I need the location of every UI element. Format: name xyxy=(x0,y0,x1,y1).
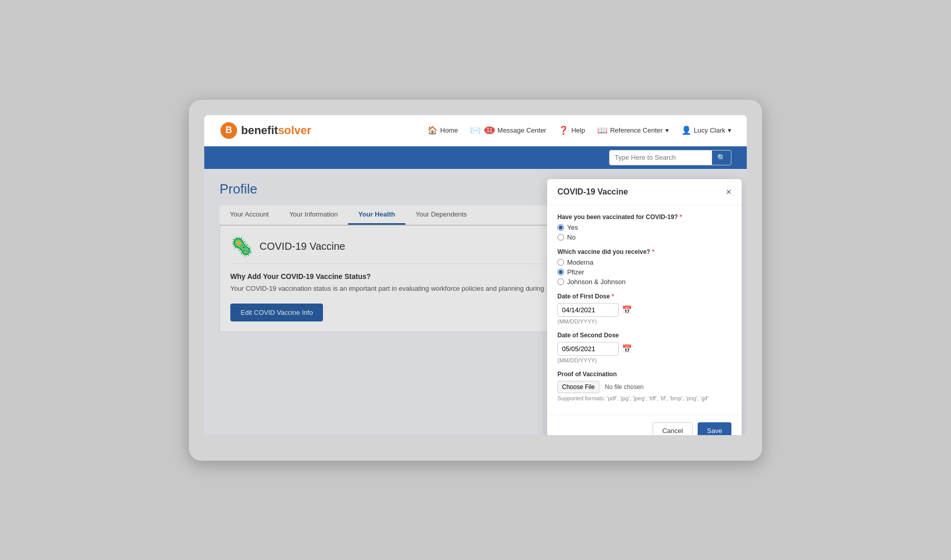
svg-text:B: B xyxy=(226,125,232,135)
modal-header: COVID-19 Vaccine × xyxy=(547,179,742,205)
search-box: 🔍 xyxy=(609,150,731,165)
moderna-option[interactable]: Moderna xyxy=(557,259,731,266)
second-dose-input[interactable] xyxy=(557,342,619,356)
vaccinated-radio-group: Yes No xyxy=(557,224,731,241)
nav-items: 🏠 Home ✉️ 11 Message Center ❓ Help 📖 Ref… xyxy=(427,125,731,135)
proof-label: Proof of Vaccination xyxy=(557,371,731,378)
chevron-down-icon: ▾ xyxy=(665,126,669,134)
logo: B benefitsolver xyxy=(220,121,311,140)
search-input[interactable] xyxy=(610,151,712,164)
vaccine-type-group: Which vaccine did you receive? * Moderna xyxy=(557,248,731,286)
vaccinated-label: Have you been vaccinated for COVID-19? * xyxy=(557,213,731,221)
modal-body: Have you been vaccinated for COVID-19? *… xyxy=(547,205,742,415)
jj-option[interactable]: Johnson & Johnson xyxy=(557,278,731,286)
main-content: Profile Your Account Your Information Yo… xyxy=(204,169,747,435)
vaccine-type-radio-group: Moderna Pfizer Johnson & Johnson xyxy=(557,259,731,286)
first-dose-input-group: 📅 xyxy=(557,303,731,317)
user-icon: 👤 xyxy=(681,125,691,135)
modal-footer: Cancel Save xyxy=(547,415,742,435)
modal-title: COVID-19 Vaccine xyxy=(557,187,628,197)
proof-group: Proof of Vaccination Choose File No file… xyxy=(557,371,731,401)
laptop-screen: B benefitsolver 🏠 Home ✉️ 11 Message Cen… xyxy=(204,115,747,435)
vaccinated-yes-radio[interactable] xyxy=(557,224,564,231)
second-dose-group: Date of Second Dose 📅 (MM/DD/YYYY) xyxy=(557,332,731,363)
pfizer-radio[interactable] xyxy=(557,269,564,275)
vaccine-type-label: Which vaccine did you receive? * xyxy=(557,248,731,255)
moderna-radio[interactable] xyxy=(557,259,564,266)
second-dose-hint: (MM/DD/YYYY) xyxy=(557,357,731,363)
first-dose-group: Date of First Dose * 📅 (MM/DD/YYYY) xyxy=(557,293,731,325)
first-dose-calendar-icon[interactable]: 📅 xyxy=(622,305,632,315)
vaccinated-no-option[interactable]: No xyxy=(557,233,731,241)
choose-file-button[interactable]: Choose File xyxy=(557,381,599,393)
nav-message-center[interactable]: ✉️ 11 Message Center xyxy=(470,125,547,135)
logo-text: benefitsolver xyxy=(241,124,311,137)
message-badge: 11 xyxy=(484,126,495,134)
mail-icon: ✉️ xyxy=(470,125,481,135)
covid-vaccine-modal: COVID-19 Vaccine × Have you been vaccina… xyxy=(547,179,742,435)
help-icon: ❓ xyxy=(558,125,569,135)
vaccinated-question-group: Have you been vaccinated for COVID-19? *… xyxy=(557,213,731,241)
nav-reference-center[interactable]: 📖 Reference Center ▾ xyxy=(597,125,669,135)
second-dose-label: Date of Second Dose xyxy=(557,332,731,339)
file-input-row: Choose File No file chosen xyxy=(557,381,731,393)
save-button[interactable]: Save xyxy=(698,422,731,435)
book-icon: 📖 xyxy=(597,125,608,135)
pfizer-option[interactable]: Pfizer xyxy=(557,268,731,276)
nav-help[interactable]: ❓ Help xyxy=(558,125,585,135)
user-chevron-icon: ▾ xyxy=(728,126,731,134)
modal-overlay: COVID-19 Vaccine × Have you been vaccina… xyxy=(204,169,747,435)
cancel-button[interactable]: Cancel xyxy=(653,422,693,435)
vaccinated-yes-option[interactable]: Yes xyxy=(557,224,731,231)
second-dose-calendar-icon[interactable]: 📅 xyxy=(622,344,632,354)
blue-bar: 🔍 xyxy=(204,146,747,169)
first-dose-hint: (MM/DD/YYYY) xyxy=(557,318,731,325)
nav-user[interactable]: 👤 Lucy Clark ▾ xyxy=(681,125,731,135)
supported-formats: Supported formats: 'pdf', 'jpg', 'jpeg',… xyxy=(557,395,731,401)
first-dose-input[interactable] xyxy=(557,303,619,317)
benefitsolver-logo-icon: B xyxy=(220,121,238,140)
header: B benefitsolver 🏠 Home ✉️ 11 Message Cen… xyxy=(204,115,747,146)
search-button[interactable]: 🔍 xyxy=(712,150,731,165)
nav-home[interactable]: 🏠 Home xyxy=(427,125,458,135)
jj-radio[interactable] xyxy=(557,278,564,285)
no-file-text: No file chosen xyxy=(604,383,643,391)
modal-close-button[interactable]: × xyxy=(726,187,731,197)
vaccinated-no-radio[interactable] xyxy=(557,234,564,241)
home-icon: 🏠 xyxy=(427,125,438,135)
laptop-outer: B benefitsolver 🏠 Home ✉️ 11 Message Cen… xyxy=(189,100,762,461)
second-dose-input-group: 📅 xyxy=(557,342,731,356)
first-dose-label: Date of First Dose * xyxy=(557,293,731,300)
